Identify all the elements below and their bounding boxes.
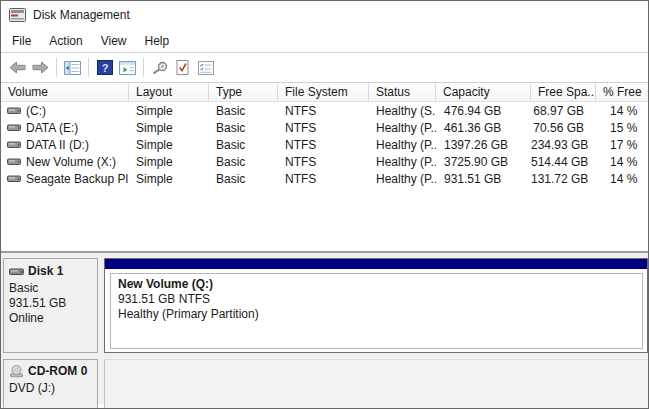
disk-volume-icon xyxy=(7,158,21,166)
help-button[interactable]: ? xyxy=(93,56,116,80)
capacity-cell: 461.36 GB xyxy=(436,121,531,135)
volume-name: (C:) xyxy=(26,104,46,118)
partition-new-volume-q[interactable]: New Volume (Q:) 931.51 GB NTFS Healthy (… xyxy=(104,258,648,353)
pct-free-cell: 15 % xyxy=(596,121,648,135)
volume-name: New Volume (X:) xyxy=(26,155,116,169)
type-cell: Basic xyxy=(209,104,278,118)
status-cell: Healthy (P... xyxy=(369,155,436,169)
cd-rom-name: CD-ROM 0 xyxy=(28,364,87,379)
volume-name: DATA II (D:) xyxy=(26,138,89,152)
back-arrow-icon xyxy=(9,61,26,74)
capacity-cell: 1397.26 GB xyxy=(436,138,531,152)
type-cell: Basic xyxy=(209,138,278,152)
partition-details: New Volume (Q:) 931.51 GB NTFS Healthy (… xyxy=(110,273,643,349)
file-system-cell: NTFS xyxy=(278,121,369,135)
show-action-pane-button[interactable] xyxy=(116,56,139,80)
forward-arrow-icon xyxy=(32,61,49,74)
status-cell: Healthy (P... xyxy=(369,138,436,152)
disk-management-window: Disk Management File Action View Help xyxy=(0,0,649,409)
volume-name-cell: New Volume (X:) xyxy=(1,155,129,169)
free-space-cell: 234.93 GB xyxy=(531,138,596,152)
magnifier-icon xyxy=(151,61,169,75)
status-cell: Healthy (S... xyxy=(369,104,436,118)
cd-rom-row: CD-ROM 0 DVD (J:) xyxy=(3,359,648,409)
toolbar: ? xyxy=(1,53,648,83)
column-header-free-space[interactable]: Free Spa... xyxy=(531,83,596,101)
column-header-pct-free[interactable]: % Free xyxy=(596,83,648,101)
partition-status: Healthy (Primary Partition) xyxy=(118,307,642,322)
disk-status: Online xyxy=(9,311,97,326)
volume-row-seagate-backup[interactable]: Seagate Backup Pl... Simple Basic NTFS H… xyxy=(1,170,648,187)
title-bar: Disk Management xyxy=(1,1,648,29)
menu-bar: File Action View Help xyxy=(1,29,648,53)
disk-volume-icon xyxy=(7,141,21,149)
partition-size-fs: 931.51 GB NTFS xyxy=(118,292,642,307)
disk-name: Disk 1 xyxy=(28,264,63,279)
checklist-icon xyxy=(198,61,214,75)
disk-icon xyxy=(9,268,24,276)
cd-icon xyxy=(9,365,24,378)
menu-file[interactable]: File xyxy=(3,29,40,52)
column-header-layout[interactable]: Layout xyxy=(129,83,209,101)
toolbar-separator xyxy=(88,58,89,77)
status-cell: Healthy (P... xyxy=(369,121,436,135)
disk-volume-icon xyxy=(7,107,21,115)
pct-free-cell: 14 % xyxy=(596,155,648,169)
disk-kind: Basic xyxy=(9,281,97,296)
show-console-tree-button[interactable] xyxy=(61,56,84,80)
pct-free-cell: 14 % xyxy=(596,104,648,118)
layout-cell: Simple xyxy=(129,121,209,135)
disk-1-row: Disk 1 Basic 931.51 GB Online New Volume… xyxy=(3,258,648,353)
type-cell: Basic xyxy=(209,155,278,169)
status-cell: Healthy (P... xyxy=(369,172,436,186)
volume-name: DATA (E:) xyxy=(26,121,78,135)
disk-capacity: 931.51 GB xyxy=(9,296,97,311)
layout-cell: Simple xyxy=(129,104,209,118)
forward-button[interactable] xyxy=(29,56,52,80)
file-system-cell: NTFS xyxy=(278,155,369,169)
check-document-button[interactable] xyxy=(171,56,194,80)
volume-row-data-e[interactable]: DATA (E:) Simple Basic NTFS Healthy (P..… xyxy=(1,119,648,136)
capacity-cell: 3725.90 GB xyxy=(436,155,531,169)
volume-name-cell: (C:) xyxy=(1,104,129,118)
column-header-volume[interactable]: Volume xyxy=(1,83,129,101)
menu-action[interactable]: Action xyxy=(40,29,91,52)
column-header-type[interactable]: Type xyxy=(209,83,278,101)
free-space-cell: 131.72 GB xyxy=(531,172,596,186)
disk-1-info-panel[interactable]: Disk 1 Basic 931.51 GB Online xyxy=(3,258,98,353)
column-header-file-system[interactable]: File System xyxy=(278,83,369,101)
capacity-cell: 476.94 GB xyxy=(436,104,531,118)
volume-list-header: Volume Layout Type File System Status Ca… xyxy=(1,83,648,102)
graphical-view: Disk 1 Basic 931.51 GB Online New Volume… xyxy=(1,256,648,404)
file-system-cell: NTFS xyxy=(278,138,369,152)
back-button[interactable] xyxy=(6,56,29,80)
cd-rom-media-area[interactable] xyxy=(104,359,648,409)
layout-cell: Simple xyxy=(129,155,209,169)
toolbar-separator xyxy=(56,58,57,77)
console-tree-icon xyxy=(64,61,81,75)
volume-name-cell: Seagate Backup Pl... xyxy=(1,172,129,186)
menu-help[interactable]: Help xyxy=(136,29,179,52)
cd-rom-info-panel[interactable]: CD-ROM 0 DVD (J:) xyxy=(3,359,98,409)
volume-list: Volume Layout Type File System Status Ca… xyxy=(1,83,648,251)
volume-row-c[interactable]: (C:) Simple Basic NTFS Healthy (S... 476… xyxy=(1,102,648,119)
volume-row-data-ii-d[interactable]: DATA II (D:) Simple Basic NTFS Healthy (… xyxy=(1,136,648,153)
magnifier-tool-button[interactable] xyxy=(148,56,171,80)
disk-management-app-icon xyxy=(9,8,26,22)
properties-checklist-button[interactable] xyxy=(194,56,217,80)
volume-name: Seagate Backup Pl... xyxy=(26,172,129,186)
partition-name: New Volume (Q:) xyxy=(118,277,642,292)
column-header-capacity[interactable]: Capacity xyxy=(436,83,531,101)
free-space-cell: 68.97 GB xyxy=(531,104,596,118)
file-system-cell: NTFS xyxy=(278,172,369,186)
menu-view[interactable]: View xyxy=(92,29,136,52)
volume-row-new-volume-x[interactable]: New Volume (X:) Simple Basic NTFS Health… xyxy=(1,153,648,170)
layout-cell: Simple xyxy=(129,138,209,152)
column-header-status[interactable]: Status xyxy=(369,83,436,101)
volume-name-cell: DATA (E:) xyxy=(1,121,129,135)
cd-rom-media: DVD (J:) xyxy=(9,381,97,396)
partition-color-strip xyxy=(105,259,647,269)
free-space-cell: 70.56 GB xyxy=(531,121,596,135)
pct-free-cell: 14 % xyxy=(596,172,648,186)
type-cell: Basic xyxy=(209,172,278,186)
